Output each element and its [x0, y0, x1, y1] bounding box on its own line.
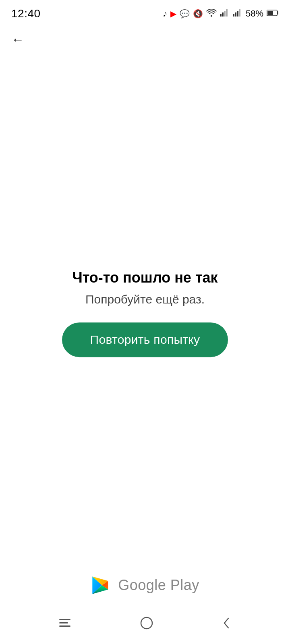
svg-rect-13 [59, 625, 70, 627]
svg-rect-10 [267, 11, 273, 15]
svg-rect-7 [239, 9, 240, 17]
google-play-footer: Google Play [0, 575, 290, 596]
youtube-icon: ▶ [170, 9, 176, 19]
svg-rect-9 [277, 11, 278, 14]
error-subtitle: Попробуйте ещё раз. [85, 293, 205, 306]
nav-home-button[interactable] [139, 616, 154, 632]
status-bar: 12:40 ♪ ▶ 💬 🔇 [0, 0, 290, 24]
google-play-logo-icon [91, 575, 112, 596]
battery-percentage: 58% [246, 8, 263, 19]
signal-icon [220, 9, 230, 19]
svg-rect-1 [222, 12, 224, 17]
svg-rect-2 [224, 11, 226, 17]
tiktok-icon: ♪ [163, 8, 167, 19]
status-time: 12:40 [11, 7, 41, 20]
svg-point-14 [141, 617, 152, 629]
google-play-label: Google Play [118, 577, 199, 594]
retry-button[interactable]: Повторить попытку [62, 322, 228, 357]
svg-rect-6 [237, 11, 238, 17]
nav-back-button[interactable] [221, 616, 232, 632]
svg-rect-0 [220, 14, 222, 17]
signal2-icon [233, 9, 242, 19]
svg-rect-11 [59, 619, 70, 620]
svg-rect-12 [59, 622, 68, 623]
wifi-icon [206, 9, 217, 19]
error-title: Что-то пошло не так [72, 269, 218, 286]
status-icons: ♪ ▶ 💬 🔇 [163, 8, 279, 19]
svg-rect-5 [235, 12, 236, 17]
svg-rect-4 [233, 14, 234, 17]
battery-icon [267, 9, 279, 19]
back-arrow-icon: ← [11, 32, 24, 47]
whatsapp-icon: 💬 [180, 9, 190, 19]
nav-bar [0, 604, 290, 644]
mute-icon: 🔇 [193, 9, 203, 19]
back-button[interactable]: ← [0, 24, 290, 55]
svg-rect-3 [226, 9, 228, 17]
main-content: Что-то пошло не так Попробуйте ещё раз. … [0, 269, 290, 357]
nav-recent-button[interactable] [58, 617, 72, 630]
